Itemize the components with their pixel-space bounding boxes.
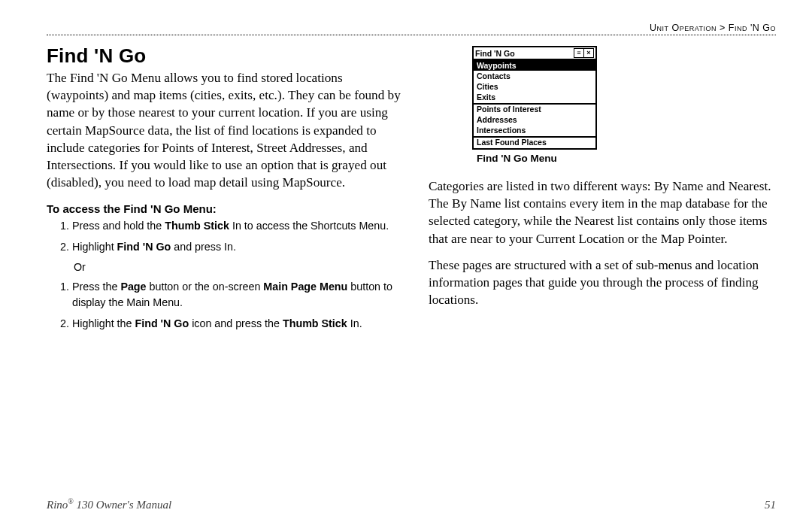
text: Press and hold the — [72, 220, 165, 232]
device-item-waypoints: Waypoints — [474, 60, 595, 71]
left-column: Find 'N Go The Find 'N Go Menu allows yo… — [47, 41, 406, 338]
device-item-cities: Cities — [474, 81, 595, 92]
two-column-layout: Find 'N Go The Find 'N Go Menu allows yo… — [47, 41, 776, 338]
step-b1: Press the Page button or the on-screen M… — [72, 279, 406, 310]
text: Highlight — [72, 241, 117, 253]
device-titlebar-icons: ≡ × — [574, 48, 594, 58]
device-screenshot: Find 'N Go ≡ × Waypoints Contacts Cities… — [472, 46, 597, 150]
device-group-3: Last Found Places — [474, 138, 595, 148]
text: In to access the Shortcuts Menu. — [229, 220, 389, 232]
term-thumb-stick: Thumb Stick — [165, 220, 229, 232]
text: button or the on-screen — [147, 281, 264, 293]
breadcrumb: Unit Operation > Find 'N Go — [47, 23, 776, 33]
steps-list-a: Press and hold the Thumb Stick In to acc… — [62, 218, 406, 255]
device-title-text: Find 'N Go — [475, 49, 515, 58]
close-icon: × — [583, 48, 594, 58]
device-caption: Find 'N Go Menu — [477, 153, 776, 164]
text: Highlight the — [72, 317, 135, 329]
divider-dotted — [47, 35, 776, 35]
device-item-last-found: Last Found Places — [474, 138, 595, 148]
footer-doc-title: 130 Owner's Manual — [74, 499, 171, 511]
step-a1: Press and hold the Thumb Stick In to acc… — [72, 218, 406, 234]
registered-icon: ® — [68, 497, 73, 505]
page-footer: Rino® 130 Owner's Manual 51 — [47, 497, 776, 511]
text: and press In. — [171, 241, 236, 253]
step-b2: Highlight the Find 'N Go icon and press … — [72, 316, 406, 332]
page-number: 51 — [765, 499, 776, 511]
device-titlebar: Find 'N Go ≡ × — [474, 47, 595, 60]
intro-paragraph: The Find 'N Go Menu allows you to find s… — [47, 69, 406, 192]
device-item-intersections: Intersections — [474, 126, 595, 136]
procedure-heading: To access the Find 'N Go Menu: — [47, 202, 406, 215]
device-item-addresses: Addresses — [474, 115, 595, 126]
text: In. — [347, 317, 362, 329]
device-item-poi: Points of Interest — [474, 105, 595, 115]
device-item-contacts: Contacts — [474, 71, 595, 81]
device-group-2: Points of Interest Addresses Intersectio… — [474, 105, 595, 138]
steps-list-b: Press the Page button or the on-screen M… — [62, 279, 406, 332]
text: Press the — [72, 281, 120, 293]
term-find-n-go: Find 'N Go — [135, 317, 189, 329]
paragraph-categories: Categories are listed in two different w… — [429, 178, 776, 247]
or-separator: Or — [74, 261, 406, 273]
text: icon and press the — [189, 317, 283, 329]
footer-brand: Rino — [47, 499, 68, 511]
device-group-1: Waypoints Contacts Cities Exits — [474, 60, 595, 105]
footer-product: Rino® 130 Owner's Manual — [47, 497, 171, 511]
paragraph-pages: These pages are structured with a set of… — [429, 256, 776, 309]
page-title: Find 'N Go — [47, 44, 406, 68]
term-find-n-go: Find 'N Go — [117, 241, 171, 253]
menu-icon: ≡ — [574, 48, 584, 58]
term-thumb-stick: Thumb Stick — [283, 317, 347, 329]
term-main-page-menu: Main Page Menu — [263, 281, 347, 293]
device-item-exits: Exits — [474, 92, 595, 102]
right-column: Find 'N Go ≡ × Waypoints Contacts Cities… — [429, 41, 776, 338]
step-a2: Highlight Find 'N Go and press In. — [72, 239, 406, 255]
manual-page: Unit Operation > Find 'N Go Find 'N Go T… — [0, 0, 812, 528]
term-page: Page — [120, 281, 146, 293]
